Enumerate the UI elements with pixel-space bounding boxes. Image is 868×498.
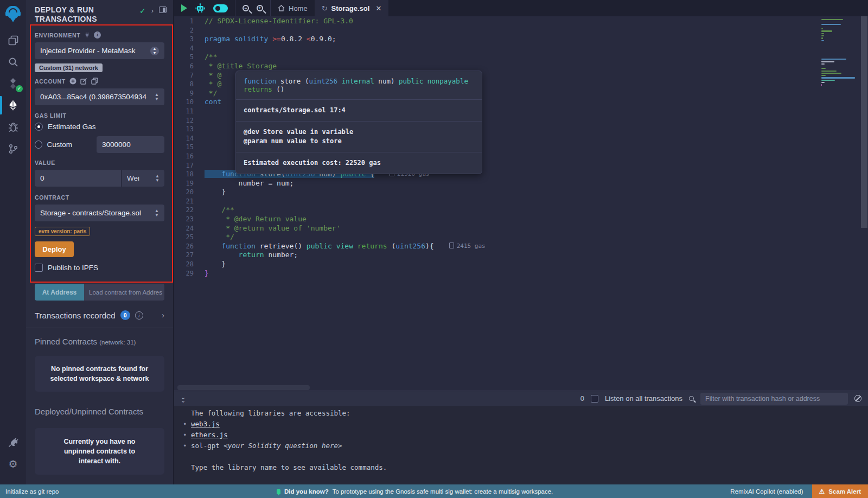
transactions-recorded-row[interactable]: Transactions recorded 0 i › — [26, 301, 173, 328]
account-select[interactable]: 0xA03...85ac4 (0.398673504934 ▲▼ — [35, 88, 164, 105]
transactions-expand-icon[interactable]: › — [162, 311, 164, 320]
pinned-contracts-empty: No pinned contracts found for selected w… — [35, 356, 164, 392]
zoom-out-icon[interactable]: − — [242, 5, 249, 11]
code-line[interactable]: 20 } — [174, 188, 868, 197]
code-line[interactable]: 29} — [174, 269, 868, 278]
horizontal-scrollbar[interactable] — [177, 385, 310, 390]
terminal-expand-icon[interactable]: ⌄⌄ — [181, 395, 186, 402]
close-tab-icon[interactable]: ✕ — [375, 4, 381, 12]
environment-info-icon[interactable]: i — [94, 31, 101, 39]
code-line[interactable]: 4 — [174, 44, 868, 53]
publish-ipfs-checkbox[interactable] — [35, 264, 43, 272]
code-line[interactable]: 1// SPDX-License-Identifier: GPL-3.0 — [174, 17, 868, 26]
code-line[interactable]: 28 } — [174, 260, 868, 269]
environment-label: ENVIRONMENT — [35, 32, 80, 39]
estimated-gas-radio[interactable] — [35, 123, 43, 131]
settings-gear-icon[interactable]: ⚙ — [0, 453, 26, 475]
environment-stepper-icon: ▲▼ — [150, 47, 159, 55]
minimap-line — [821, 84, 857, 86]
lightbulb-icon — [277, 489, 280, 494]
remix-logo-icon[interactable] — [0, 0, 26, 29]
value-input[interactable]: 0 — [35, 170, 121, 187]
status-bar: Initialize as git repo Did you know? To … — [0, 484, 868, 498]
code-line[interactable]: 25 */ — [174, 233, 868, 242]
terminal-line — [183, 451, 868, 462]
code-line[interactable]: 3pragma solidity >=0.8.2 <0.9.0; — [174, 35, 868, 44]
at-address-button[interactable]: At Address — [35, 284, 84, 301]
run-script-icon[interactable] — [181, 4, 187, 12]
terminal-filter-input[interactable]: Filter with transaction hash or address — [700, 393, 848, 405]
publish-ipfs-label: Publish to IPFS — [48, 264, 98, 272]
code-line[interactable]: 22 /** — [174, 206, 868, 215]
code-line[interactable]: 19 number = num; — [174, 179, 868, 188]
zoom-in-icon[interactable]: + — [257, 5, 263, 11]
tab-bar: − + Home ↻ Storage.sol ✕ — [174, 0, 868, 16]
terminal-output[interactable]: The following libraries are accessible:•… — [174, 406, 868, 484]
contract-select[interactable]: Storage - contracts/Storage.sol ▲▼ — [35, 205, 164, 221]
custom-gas-input[interactable]: 3000000 — [97, 136, 164, 153]
copilot-toggle[interactable] — [213, 4, 228, 12]
compile-success-badge: ✓ — [16, 85, 23, 92]
transactions-recorded-label: Transactions recorded — [35, 311, 116, 320]
code-line[interactable]: 23 * @dev Return value — [174, 215, 868, 224]
git-icon[interactable] — [0, 138, 26, 159]
deploy-run-icon[interactable] — [0, 94, 26, 116]
solidity-compiler-icon[interactable]: ✓ — [0, 73, 26, 94]
deployed-contracts-empty: Currently you have no unpinned contracts… — [35, 428, 164, 475]
tooltip-path: contracts/Storage.sol 17:4 — [236, 100, 482, 122]
debugger-icon[interactable] — [0, 116, 26, 138]
git-init-button[interactable]: Initialize as git repo — [0, 488, 59, 495]
tooltip-signature: function store (uint256 internal num) pu… — [236, 71, 482, 100]
tab-storage-sol[interactable]: ↻ Storage.sol ✕ — [315, 0, 389, 16]
minimap[interactable] — [821, 18, 857, 86]
code-line[interactable]: 5/** — [174, 53, 868, 62]
terminal-line: Type the library name to see available c… — [183, 462, 868, 473]
account-stepper-icon: ▲▼ — [155, 93, 159, 101]
sign-message-icon[interactable] — [80, 78, 87, 85]
value-unit-select[interactable]: Wei ▲▼ — [122, 170, 164, 187]
terminal-line: • web3.js — [183, 419, 868, 430]
environment-select[interactable]: Injected Provider - MetaMask ▲▼ — [35, 42, 164, 59]
deployed-contracts-heading: Deployed/Unpinned Contracts — [26, 395, 173, 416]
transactions-info-icon[interactable]: i — [135, 311, 143, 320]
plugin-manager-icon[interactable] — [0, 431, 26, 453]
scam-alert-button[interactable]: ⚠ Scam Alert — [812, 484, 868, 498]
terminal-link[interactable]: ethers.js — [191, 431, 228, 439]
code-line[interactable]: 6 * @title Storage — [174, 62, 868, 71]
copy-account-icon[interactable] — [91, 78, 98, 85]
file-explorer-icon[interactable] — [0, 29, 26, 51]
hover-tooltip: function store (uint256 internal num) pu… — [235, 71, 482, 174]
copilot-status[interactable]: RemixAI Copilot (enabled) — [730, 488, 812, 495]
evm-version-badge: evm version: paris — [35, 227, 90, 236]
terminal-line: • sol-gpt <your Solidity question here> — [183, 440, 868, 451]
deploy-button[interactable]: Deploy — [35, 241, 74, 257]
listen-transactions-label: Listen on all transactions — [605, 394, 682, 403]
code-line[interactable]: 24 * @return value of 'number' — [174, 224, 868, 233]
terminal-search-icon — [689, 396, 694, 401]
icon-rail: ✓ ⚙ — [0, 0, 26, 484]
warning-icon: ⚠ — [819, 488, 825, 495]
account-label: ACCOUNT — [35, 78, 66, 85]
code-line[interactable]: 21 — [174, 197, 868, 206]
at-address-input[interactable]: Load contract from Addres — [84, 284, 164, 301]
terminal-link[interactable]: web3.js — [191, 420, 220, 428]
terminal-tx-count: 0 — [580, 394, 584, 403]
gas-limit-label: GAS LIMIT — [35, 112, 66, 119]
clear-console-icon[interactable] — [854, 395, 861, 402]
custom-gas-radio[interactable] — [35, 141, 42, 149]
transactions-count-badge: 0 — [120, 310, 130, 320]
search-icon[interactable] — [0, 51, 26, 73]
panel-chevron-icon[interactable]: › — [151, 7, 154, 15]
code-line[interactable]: 27 return number; — [174, 251, 868, 260]
code-line[interactable]: 26 function retrieve() public view retur… — [174, 242, 868, 251]
code-line[interactable]: 2 — [174, 26, 868, 35]
terminal-line: • ethers.js — [183, 430, 868, 440]
home-icon — [278, 5, 285, 11]
pin-panel-icon[interactable] — [159, 7, 167, 13]
vertical-scrollbar[interactable] — [860, 16, 868, 391]
listen-transactions-checkbox[interactable] — [591, 395, 598, 403]
add-account-icon[interactable] — [69, 78, 76, 85]
tab-home[interactable]: Home — [271, 0, 315, 16]
remixai-robot-icon[interactable] — [195, 3, 206, 13]
code-editor[interactable]: 1// SPDX-License-Identifier: GPL-3.023pr… — [174, 16, 868, 391]
